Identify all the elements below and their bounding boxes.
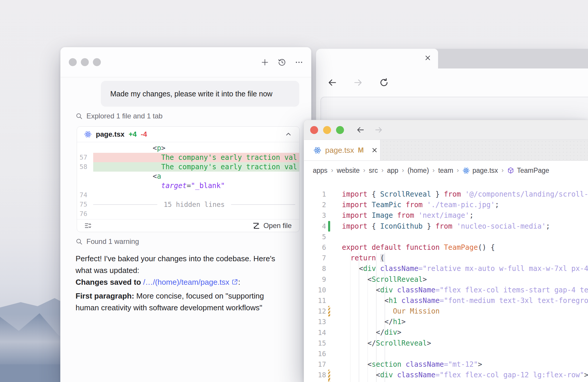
- breadcrumb-item-teampage[interactable]: TeamPage: [507, 167, 549, 175]
- zoom-window-button[interactable]: [336, 126, 344, 134]
- history-button[interactable]: [276, 57, 288, 68]
- explored-status: Explored 1 file and 1 tab: [76, 112, 311, 120]
- breadcrumb: apps›website›src›app›(home)›team› page.t…: [304, 161, 588, 180]
- gutter-spacer: [328, 295, 330, 306]
- breadcrumb-item-team[interactable]: team: [438, 167, 453, 175]
- breadcrumb-item-src[interactable]: src: [369, 167, 378, 175]
- changes-saved-line: Changes saved to /…/(home)/team/page.tsx…: [76, 276, 300, 288]
- code-text: <ScrollReveal>: [342, 274, 427, 285]
- code-line[interactable]: 9 <ScrollReveal>: [304, 274, 588, 285]
- code-line[interactable]: 10 <div className="flex flex-col items-s…: [304, 285, 588, 295]
- open-file-button[interactable]: Open file: [251, 221, 293, 230]
- tab-file-name: page.tsx: [325, 146, 354, 155]
- code-line[interactable]: 17 <section className="mt-12">: [304, 359, 588, 370]
- code-text: export default function TeamPage() {: [342, 242, 495, 253]
- code-text: <section className="mt-12">: [342, 359, 482, 370]
- code-line[interactable]: 3import Image from 'next/image';: [304, 210, 588, 221]
- code-text: <div className="flex flex-col gap-12 lg:…: [342, 370, 588, 380]
- line-number: 14: [304, 329, 326, 336]
- line-number: 18: [304, 371, 326, 379]
- diff-line: 58 The company's early traction val: [77, 162, 299, 172]
- browser-reload-button[interactable]: [378, 76, 390, 89]
- code-line[interactable]: 16: [304, 349, 588, 359]
- breadcrumb-item-home[interactable]: (home): [407, 167, 429, 175]
- diff-line: 57 The company's early traction val: [77, 153, 299, 162]
- react-icon: [462, 167, 470, 174]
- diff-context-line: target="_blank": [93, 181, 299, 190]
- editor-code-area[interactable]: 1import { ScrollReveal } from '@/compone…: [304, 180, 588, 382]
- diff-context-line: [93, 209, 299, 219]
- code-line[interactable]: 4import { IconGithub } from 'nucleo-soci…: [304, 221, 588, 232]
- code-text: import { IconGithub } from 'nucleo-socia…: [342, 221, 550, 232]
- code-text: </h1>: [342, 316, 406, 327]
- editor-tab-page-tsx[interactable]: page.tsx M: [304, 140, 380, 160]
- breadcrumb-item-pagetsx[interactable]: page.tsx: [462, 167, 498, 175]
- hidden-lines-divider[interactable]: 15 hidden lines: [93, 200, 299, 209]
- code-line[interactable]: 19 {/* Main mission content */}: [304, 380, 588, 382]
- diff-line-number: 76: [77, 209, 93, 219]
- line-number: 1: [304, 190, 326, 198]
- editor-title-bar: [304, 120, 588, 140]
- saved-file-link[interactable]: /…/(home)/team/page.tsx: [143, 278, 229, 286]
- line-number: 12: [304, 307, 326, 315]
- code-line[interactable]: 8 <div className="relative mx-auto w-ful…: [304, 263, 588, 274]
- close-window-button[interactable]: [69, 58, 77, 66]
- close-window-button[interactable]: [310, 126, 318, 134]
- desktop: Made my changes, please write it into th…: [0, 0, 588, 382]
- diff-card-header[interactable]: page.tsx +4 -4: [77, 127, 299, 142]
- first-paragraph-line: human creativity with software developme…: [76, 302, 300, 314]
- diff-card: page.tsx +4 -4 <p>57 The company's early…: [77, 126, 300, 232]
- browser-back-button[interactable]: [326, 76, 338, 89]
- diff-line-number: 75: [77, 200, 93, 209]
- browser-forward-button[interactable]: [352, 76, 364, 89]
- breadcrumb-separator: ›: [402, 167, 404, 174]
- breadcrumb-item-website[interactable]: website: [337, 167, 360, 175]
- code-line[interactable]: 18 <div className="flex flex-col gap-12 …: [304, 370, 588, 380]
- diff-lines: <p>57 The company's early traction val58…: [77, 142, 299, 219]
- more-options-button[interactable]: [293, 57, 305, 68]
- breadcrumb-item-app[interactable]: app: [387, 167, 398, 175]
- code-line[interactable]: 11 <h1 className="font-medium text-3xl t…: [304, 295, 588, 306]
- diff-line: 7515 hidden lines: [77, 200, 299, 209]
- collapse-diff-button[interactable]: [283, 129, 293, 139]
- breadcrumb-item-apps[interactable]: apps: [313, 167, 328, 175]
- diff-line-number: 74: [77, 190, 93, 200]
- new-thread-button[interactable]: [259, 57, 270, 68]
- line-number: 2: [304, 201, 326, 209]
- breadcrumb-separator: ›: [432, 167, 435, 174]
- code-line[interactable]: 14 </div>: [304, 327, 588, 338]
- expand-lines-button[interactable]: [83, 221, 93, 231]
- response-line: what was updated:: [76, 264, 300, 276]
- external-link-icon[interactable]: [231, 279, 238, 285]
- breadcrumb-separator: ›: [363, 167, 365, 174]
- minimize-window-button[interactable]: [323, 126, 331, 134]
- code-line[interactable]: 7 return (: [304, 253, 588, 263]
- code-line[interactable]: 13 </h1>: [304, 316, 588, 327]
- zoom-window-button[interactable]: [93, 58, 101, 66]
- zed-logo-icon: [253, 222, 260, 229]
- diff-additions-count: +4: [128, 130, 136, 138]
- gutter-spacer: [328, 359, 330, 370]
- code-line[interactable]: 12 Our Mission: [304, 306, 588, 316]
- changes-saved-label: Changes saved to: [76, 278, 143, 286]
- code-line[interactable]: 15 </ScrollReveal>: [304, 338, 588, 349]
- navigate-back-button[interactable]: [355, 124, 366, 136]
- react-icon: [313, 146, 321, 154]
- line-number: 16: [304, 350, 326, 358]
- code-text: {/* Main mission content */}: [342, 380, 503, 382]
- gutter-spacer: [328, 253, 330, 263]
- navigate-forward-button[interactable]: [373, 124, 385, 136]
- code-line[interactable]: 2import TeamPic from './team-pic.jpg';: [304, 200, 588, 210]
- code-line[interactable]: 1import { ScrollReveal } from '@/compone…: [304, 189, 588, 200]
- diff-context-line: <p>: [93, 143, 299, 153]
- minimize-window-button[interactable]: [81, 58, 89, 66]
- close-tab-icon[interactable]: [424, 54, 432, 62]
- code-line[interactable]: 5: [304, 232, 588, 242]
- browser-tab[interactable]: [316, 49, 438, 68]
- user-message-bubble[interactable]: Made my changes, please write it into th…: [101, 81, 299, 107]
- diff-removed-line: The company's early traction val: [93, 153, 299, 162]
- code-line[interactable]: 6export default function TeamPage() {: [304, 242, 588, 253]
- close-tab-icon[interactable]: [371, 147, 378, 154]
- colon: :: [238, 278, 240, 286]
- line-number: 15: [304, 339, 326, 347]
